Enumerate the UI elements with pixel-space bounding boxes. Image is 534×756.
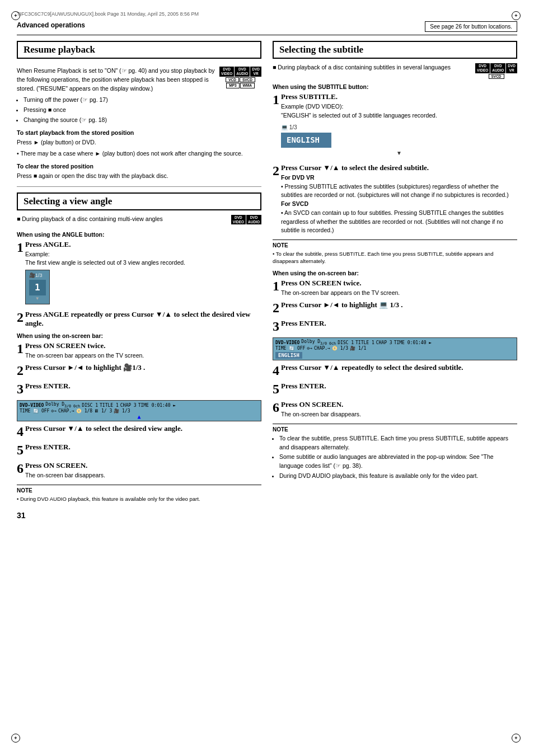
va-osd-cd: 📀 1/8 — [76, 408, 92, 414]
sub-step6: 6 Press ON SCREEN. The on-screen bar dis… — [273, 400, 517, 419]
sub-note2-item3: During DVD AUDIO playback, this feature … — [279, 472, 517, 481]
sub-step5: 5 Press ENTER. — [273, 382, 517, 397]
badge-dvd-audio-1: DVDAUDIO — [235, 67, 250, 77]
sub-step2-title: Press Cursor ▼/▲ to select the desired s… — [281, 163, 429, 172]
sub-os-step2-title: Press Cursor ►/◄ to highlight 💻 1/3 . — [281, 300, 403, 309]
va-osd-dolby: Dolby D3/0 0ch — [45, 402, 80, 408]
badge-dvd-vr-sub: DVDVR — [506, 63, 517, 73]
va-step4: 4 Press Cursor ▼/▲ to select the desired… — [17, 424, 261, 439]
badge-wma-1: WMA — [240, 83, 255, 88]
view-angle-title: Selecting a view angle — [24, 196, 112, 206]
when-onscreen-va: When using the on-screen bar: — [17, 332, 261, 339]
sub-os-step-num-1: 1 — [273, 279, 279, 294]
va-osd-disc: DISC 1 — [82, 403, 98, 408]
view-angle-section: Selecting a view angle ■ During playback… — [17, 192, 261, 503]
sub-note1: NOTE • To clear the subtitle, press SUBT… — [273, 240, 517, 265]
va-step6: 6 Press ON SCREEN. The on-screen bar dis… — [17, 461, 261, 480]
va-os-step1: 1 Press ON SCREEN twice. The on-screen b… — [17, 341, 261, 360]
to-start-text: Press ► (play button) or DVD. — [17, 138, 261, 147]
sub-os-step-num-2: 2 — [273, 300, 279, 316]
for-dvd-vr-heading: For DVD VR — [281, 173, 517, 182]
sub-os-step3: 3 Press ENTER. — [273, 319, 517, 334]
angle-display: 🎥1/3 1 ▼ — [25, 270, 50, 304]
sub-note2-list: To clear the subtitle, press SUBTITLE. E… — [279, 434, 517, 481]
va-os-step3: 3 Press ENTER. — [17, 382, 261, 397]
to-start-heading: To start playback from the stored positi… — [17, 129, 261, 136]
va-os-step2-title: Press Cursor ►/◄ to highlight 🎥1/3 . — [25, 363, 145, 372]
step-num-2: 2 — [17, 310, 24, 325]
va-step1-content: Example: The first view angle is selecte… — [25, 250, 261, 307]
badge-dvd-video-1: DVDVIDEO — [219, 67, 234, 77]
sub-note2: NOTE To clear the subtitle, press SUBTIT… — [273, 424, 517, 481]
va-osd-timeoff: TIME 🔄 OFF — [20, 408, 49, 414]
when-subtitle-button: When using the SUBTITLE button: — [273, 83, 517, 90]
step-num-1: 1 — [17, 240, 24, 255]
header-section-title: Advanced operations — [17, 21, 85, 29]
sub-step-num-1: 1 — [273, 92, 279, 107]
badge-mp3-1: MP3 — [226, 83, 239, 88]
page-container: + + + + TIFC3C6C7C9[AUWUSUNUGUX].book Pa… — [0, 0, 534, 756]
va-step1: 1 Press ANGLE. Example: The first view a… — [17, 240, 261, 307]
view-angle-intro: ■ During playback of a disc containing m… — [17, 215, 228, 224]
header-page-ref: See page 26 for button locations. — [425, 21, 517, 32]
va-step6-content: The on-screen bar disappears. — [25, 471, 261, 480]
sub-step2-content: For DVD VR • Pressing SUBTITLE activates… — [281, 173, 517, 235]
va-step6-body: Press ON SCREEN. The on-screen bar disap… — [25, 461, 261, 480]
sub-step1-body: Press SUBTITLE. Example (DVD VIDEO): "EN… — [281, 92, 517, 160]
badge-dvd-audio-sub: DVDAUDIO — [490, 63, 505, 73]
file-path: TIFC3C6C7C9[AUWUSUNUGUX].book Page 31 Mo… — [17, 11, 517, 17]
va-os-step1-content: The on-screen bar appears on the TV scre… — [25, 351, 261, 360]
corner-tr: + — [512, 11, 523, 22]
sub-step1-title: Press SUBTITLE. — [281, 92, 338, 101]
section-divider-1 — [17, 186, 261, 187]
sub-os-step1: 1 Press ON SCREEN twice. The on-screen b… — [273, 279, 517, 298]
main-content: Resume playback When Resume Playback is … — [17, 41, 517, 520]
bullet-power: Turning off the power (☞ pg. 17) — [24, 96, 261, 105]
va-note: NOTE • During DVD AUDIO playback, this f… — [17, 485, 261, 503]
step-num-4: 4 — [17, 424, 24, 439]
sub-osd-dvdvideo: DVD-VIDEO — [275, 340, 299, 345]
sub-step2: 2 Press Cursor ▼/▲ to select the desired… — [273, 163, 517, 235]
sub-os-step2: 2 Press Cursor ►/◄ to highlight 💻 1/3 . — [273, 300, 517, 316]
page-number: 31 — [17, 511, 261, 520]
sub-osd-bar: DVD-VIDEO Dolby D3/0 0ch DISC 1 TITLE 1 … — [273, 337, 517, 360]
sub-osd-row2: TIME 🔄 OFF ⊙→ CHAP.→ 📀 1/3 🎥 1/1 — [275, 346, 514, 351]
sub-note2-item1: To clear the subtitle, press SUBTITLE. E… — [279, 434, 517, 452]
sub-os-step2-body: Press Cursor ►/◄ to highlight 💻 1/3 . — [281, 300, 517, 309]
va-step4-body: Press Cursor ▼/▲ to select the desired v… — [25, 424, 261, 433]
sub-os-step-num-3: 3 — [273, 319, 279, 334]
va-osd-screen: 🖥 1/ 3 — [94, 408, 112, 414]
sub-osd-timeoff: TIME 🔄 OFF — [275, 346, 305, 351]
sub-step4-body: Press Cursor ▼/▲ repeatedly to select th… — [281, 363, 517, 372]
badge-dvd-video-sub: DVDVIDEO — [475, 63, 490, 73]
va-osd-chapfwd: CHAP.→ — [58, 408, 74, 414]
resume-playback-title-box: Resume playback — [17, 41, 261, 59]
corner-br: + — [512, 734, 523, 745]
sub-osd-english-row: ENGLISH — [275, 351, 514, 359]
to-clear-text: Press ■ again or open the disc tray with… — [17, 172, 261, 181]
sub-step6-body: Press ON SCREEN. The on-screen bar disap… — [281, 400, 517, 419]
sub-step5-body: Press ENTER. — [281, 382, 517, 391]
sub-os-step1-content: The on-screen bar appears on the TV scre… — [281, 289, 517, 298]
sub-osd-cd13: 📀 1/3 — [332, 346, 348, 351]
step-num-6: 6 — [17, 461, 24, 476]
va-osd-chap: CHAP 3 — [120, 403, 137, 408]
col-left: Resume playback When Resume Playback is … — [17, 41, 261, 520]
sub-osd-title: TITLE 1 — [355, 340, 374, 345]
corner-bl: + — [11, 734, 22, 745]
badge-vcd-1: VCD — [226, 77, 239, 83]
angle-down-arrow: ▼ — [29, 295, 46, 302]
sub-step5-title: Press ENTER. — [281, 382, 326, 390]
va-step1-body: Press ANGLE. Example: The first view ang… — [25, 240, 261, 307]
va-os-step3-title: Press ENTER. — [25, 382, 71, 390]
resume-body: When Resume Playback is set to "ON" (☞ p… — [17, 67, 216, 93]
subtitle-intro: ■ During playback of a disc containing s… — [273, 63, 472, 72]
sub-step2-body: Press Cursor ▼/▲ to select the desired s… — [281, 163, 517, 235]
va-step5: 5 Press ENTER. — [17, 443, 261, 458]
when-angle-button: When using the ANGLE button: — [17, 231, 261, 238]
sub-step1: 1 Press SUBTITLE. Example (DVD VIDEO): "… — [273, 92, 517, 160]
va-osd-row2: TIME 🔄 OFF ⊙→ CHAP.→ 📀 1/8 🖥 1/ 3 🎥 1/3 — [20, 408, 259, 414]
sub-osd-dolby: Dolby D3/0 0ch — [301, 339, 336, 346]
resume-playback-section: Resume playback When Resume Playback is … — [17, 41, 261, 181]
va-osd-row1: DVD-VIDEO Dolby D3/0 0ch DISC 1 TITLE 1 … — [20, 402, 259, 408]
